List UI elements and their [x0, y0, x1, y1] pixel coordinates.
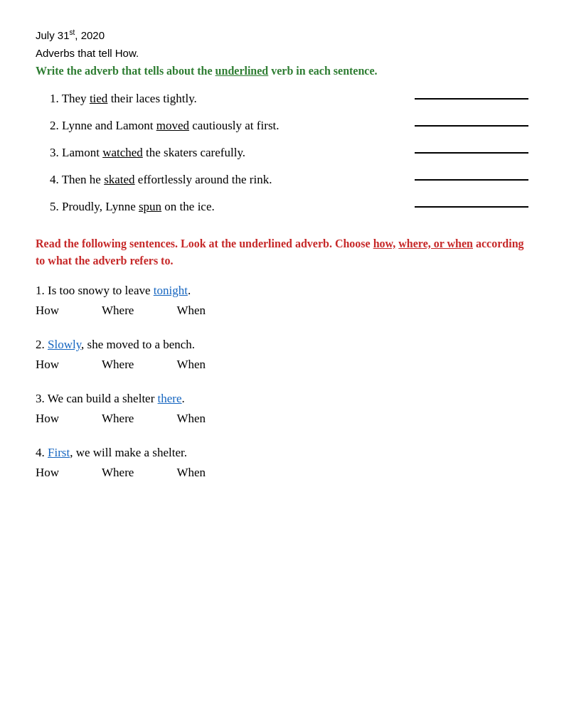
- sentence-2-rest: cautiously at first.: [189, 119, 280, 132]
- q1-where: Where: [102, 304, 134, 318]
- q4-after: , we will make a shelter.: [70, 446, 187, 459]
- instruction-1: Write the adverb that tells about the un…: [36, 65, 528, 77]
- question-block-1: 1. Is too snowy to leave tonight. How Wh…: [36, 284, 528, 318]
- q4-adverb: First: [48, 446, 70, 459]
- question-block-3: 3. We can build a shelter there. How Whe…: [36, 392, 528, 426]
- question-block-4: 4. First, we will make a shelter. How Wh…: [36, 446, 528, 480]
- sentence-2-verb: moved: [156, 119, 189, 132]
- q3-choices: How Where When: [36, 412, 528, 426]
- sentence-3-rest: the skaters carefully.: [143, 146, 245, 159]
- q1-choices: How Where When: [36, 304, 528, 318]
- sentence-4-rest: effortlessly around the rink.: [135, 173, 272, 186]
- sentence-row-4: 4. Then he skated effortlessly around th…: [50, 173, 528, 187]
- instruction-1-underlined: underlined: [216, 65, 269, 77]
- instruction-2-part1: Read the following sentences. Look at th…: [36, 237, 373, 250]
- sentence-row-1: 1. They tied their laces tightly.: [50, 92, 528, 106]
- date-line: July 31st, 2020: [36, 28, 528, 41]
- sentences-section: 1. They tied their laces tightly. 2. Lyn…: [50, 92, 528, 214]
- q3-after: .: [182, 392, 185, 405]
- q3-how: How: [36, 412, 59, 426]
- sentence-text-4: 4. Then he skated effortlessly around th…: [50, 173, 400, 187]
- q4-when: When: [176, 466, 206, 480]
- answer-line-4: [415, 179, 528, 181]
- question-sentence-1: 1. Is too snowy to leave tonight.: [36, 284, 528, 298]
- question-sentence-3: 3. We can build a shelter there.: [36, 392, 528, 406]
- q2-when: When: [176, 358, 206, 372]
- date-year: , 2020: [75, 29, 105, 41]
- q2-adverb: Slowly: [48, 338, 81, 351]
- instruction-2-where: where, or when: [398, 237, 473, 250]
- q2-choices: How Where When: [36, 358, 528, 372]
- sentence-row-2: 2. Lynne and Lamont moved cautiously at …: [50, 119, 528, 133]
- instruction-2-how: how,: [373, 237, 396, 250]
- answer-line-2: [415, 125, 528, 127]
- sentence-5-num: 5. Proudly, Lynne: [50, 200, 139, 213]
- sentence-2-num: 2. Lynne and Lamont: [50, 119, 156, 132]
- sentence-5-verb: spun: [139, 200, 161, 213]
- sentence-4-num: 4. Then he: [50, 173, 104, 186]
- sentence-text-1: 1. They tied their laces tightly.: [50, 92, 400, 106]
- sentence-text-3: 3. Lamont watched the skaters carefully.: [50, 146, 400, 160]
- question-sentence-2: 2. Slowly, she moved to a bench.: [36, 338, 528, 352]
- answer-line-5: [415, 206, 528, 208]
- sentence-4-verb: skated: [104, 173, 134, 186]
- q1-when: When: [176, 304, 206, 318]
- q3-num: 3. We can build a shelter: [36, 392, 158, 405]
- q2-how: How: [36, 358, 59, 372]
- q1-how: How: [36, 304, 59, 318]
- sentence-row-5: 5. Proudly, Lynne spun on the ice.: [50, 200, 528, 214]
- answer-line-3: [415, 152, 528, 154]
- q2-after: , she moved to a bench.: [81, 338, 195, 351]
- question-sentence-4: 4. First, we will make a shelter.: [36, 446, 528, 460]
- q3-adverb: there: [158, 392, 182, 405]
- instruction-1-rest: verb in each sentence.: [268, 65, 377, 77]
- instruction-1-before: Write the adverb that tells about the: [36, 65, 216, 77]
- q1-num: 1. Is too snowy to leave: [36, 284, 154, 297]
- q4-choices: How Where When: [36, 466, 528, 480]
- sentence-3-verb: watched: [102, 146, 143, 159]
- question-block-2: 2. Slowly, she moved to a bench. How Whe…: [36, 338, 528, 372]
- sentence-3-num: 3. Lamont: [50, 146, 102, 159]
- sentence-text-2: 2. Lynne and Lamont moved cautiously at …: [50, 119, 400, 133]
- sentence-1-rest: their laces tightly.: [107, 92, 196, 105]
- sentence-1-verb: tied: [90, 92, 108, 105]
- date-text: July 31: [36, 29, 70, 41]
- q2-where: Where: [102, 358, 134, 372]
- sentence-text-5: 5. Proudly, Lynne spun on the ice.: [50, 200, 400, 214]
- instruction-2: Read the following sentences. Look at th…: [36, 235, 528, 269]
- sentence-1-num: 1. They: [50, 92, 90, 105]
- q3-when: When: [176, 412, 206, 426]
- q1-after: .: [188, 284, 191, 297]
- q2-num: 2.: [36, 338, 48, 351]
- q4-how: How: [36, 466, 59, 480]
- q4-where: Where: [102, 466, 134, 480]
- sentence-5-rest: on the ice.: [161, 200, 215, 213]
- subtitle: Adverbs that tell How.: [36, 47, 528, 59]
- q1-adverb: tonight: [154, 284, 188, 297]
- q4-num: 4.: [36, 446, 48, 459]
- q3-where: Where: [102, 412, 134, 426]
- answer-line-1: [415, 98, 528, 100]
- sentence-row-3: 3. Lamont watched the skaters carefully.: [50, 146, 528, 160]
